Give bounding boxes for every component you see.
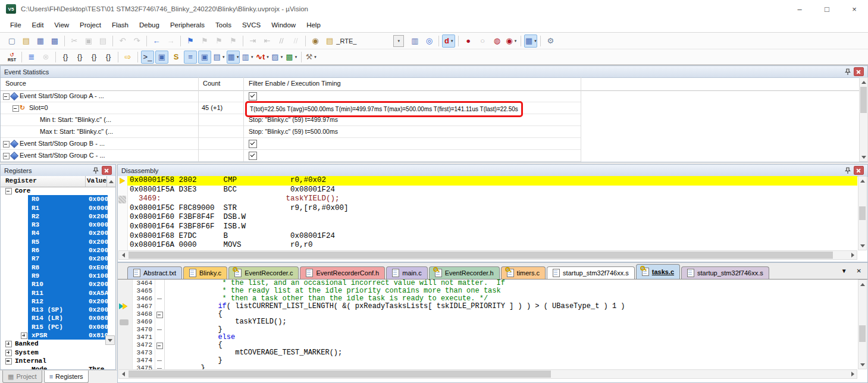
- menu-item-edit[interactable]: Edit: [27, 18, 49, 32]
- bookmark-next-icon[interactable]: ⚑: [212, 34, 225, 48]
- column-divider[interactable]: [581, 77, 581, 162]
- register-row[interactable]: ModeThre: [1, 365, 115, 369]
- pin-icon[interactable]: [93, 167, 99, 174]
- scroll-right-icon[interactable]: [848, 370, 857, 378]
- file-tab-timers-c[interactable]: timers.c: [501, 266, 546, 279]
- register-row[interactable]: R80xE00: [1, 263, 115, 272]
- command-window-icon[interactable]: >_: [141, 51, 154, 64]
- event-row[interactable]: Event Start/Stop Group B - ...: [1, 138, 581, 150]
- save-icon[interactable]: ▦: [34, 34, 47, 48]
- register-row[interactable]: R14 (LR)0x080: [1, 314, 115, 322]
- indent-left-icon[interactable]: ⇤: [261, 34, 274, 48]
- event-row[interactable]: Event Start/Stop Group A - ...: [1, 90, 581, 102]
- scroll-thumb[interactable]: [129, 371, 551, 378]
- menu-item-project[interactable]: Project: [74, 18, 106, 32]
- file-tab-startup-stm32f746xx-s[interactable]: startup_stm32f746xx.s: [547, 266, 635, 279]
- file-tab-blinky-c[interactable]: Blinky.c: [183, 266, 227, 279]
- dropdown-arrow-icon[interactable]: ▾: [237, 55, 239, 59]
- register-row[interactable]: R100x200: [1, 280, 115, 288]
- scroll-thumb[interactable]: [860, 87, 867, 113]
- scroll-down-icon[interactable]: [860, 153, 868, 161]
- file-tab-eventrecorder-c[interactable]: EventRecorder.c: [228, 266, 299, 279]
- step-out-icon[interactable]: {}: [87, 51, 101, 64]
- menu-item-help[interactable]: Help: [301, 18, 326, 32]
- register-row[interactable]: R30x000: [1, 221, 115, 229]
- close-button[interactable]: ×: [841, 0, 868, 18]
- tree-expander-icon[interactable]: [3, 141, 10, 147]
- bookmark-clear-icon[interactable]: ⚑: [227, 34, 240, 48]
- save-all-icon[interactable]: ▩: [48, 34, 61, 48]
- rte-combo[interactable]: ▤_RTE_▾: [326, 35, 404, 47]
- tree-expander-icon[interactable]: [5, 188, 12, 194]
- serial-window-icon[interactable]: ▥▾: [241, 51, 254, 64]
- menu-item-view[interactable]: View: [49, 18, 74, 32]
- scroll-up-icon[interactable]: [860, 78, 868, 86]
- find-next-icon[interactable]: ◎: [422, 34, 435, 48]
- column-filter[interactable]: Filter Enable / Execution Timing: [249, 80, 341, 87]
- system-viewer-icon[interactable]: ▩▾: [285, 51, 298, 64]
- watch-window-icon[interactable]: ▤▾: [212, 51, 225, 64]
- register-row[interactable]: R70x200: [1, 255, 115, 263]
- register-row[interactable]: R20x200: [1, 212, 115, 221]
- close-panel-icon[interactable]: [102, 166, 112, 175]
- column-register[interactable]: Register: [1, 176, 86, 187]
- filter-enable-checkbox[interactable]: [249, 92, 257, 101]
- undo-icon[interactable]: ↶: [116, 34, 129, 48]
- scroll-down-icon[interactable]: [858, 360, 867, 369]
- scroll-up-icon[interactable]: [858, 280, 867, 288]
- file-tab-eventrecorderconf-h[interactable]: EventRecorderConf.h: [300, 266, 385, 279]
- bookmark-prev-icon[interactable]: ⚑: [198, 34, 211, 48]
- dropdown-arrow-icon[interactable]: ▾: [295, 55, 297, 59]
- register-row[interactable]: R50x200: [1, 238, 115, 246]
- lookup-icon[interactable]: ▥: [408, 34, 421, 48]
- indent-right-icon[interactable]: ⇥: [246, 34, 259, 48]
- navigate-forward-icon[interactable]: →: [164, 34, 177, 48]
- show-current-statement-icon[interactable]: ⇨: [121, 51, 134, 64]
- trace-window-icon[interactable]: ▨▾: [271, 51, 284, 64]
- register-row[interactable]: R120x200: [1, 297, 115, 306]
- register-row[interactable]: R90x100: [1, 272, 115, 280]
- tree-expander-icon[interactable]: [12, 105, 19, 112]
- event-row[interactable]: ↻Slot=045 (+1)T(tot)=22.50s T(avg)=500.0…: [1, 102, 581, 114]
- tree-expander-icon[interactable]: [5, 358, 12, 365]
- file-tab-main-c[interactable]: main.c: [386, 266, 427, 279]
- tab-list-dropdown-icon[interactable]: ▼: [841, 268, 847, 274]
- file-tab-tasks-c[interactable]: tasks.c: [636, 264, 680, 279]
- dropdown-arrow-icon[interactable]: ▾: [534, 39, 537, 43]
- column-divider[interactable]: [198, 77, 199, 162]
- register-row[interactable]: Banked: [1, 340, 115, 348]
- editor-hscrollbar[interactable]: [118, 369, 857, 379]
- registers-scroll-down-icon[interactable]: [105, 335, 115, 345]
- register-row[interactable]: Internal: [1, 357, 115, 365]
- menu-item-peripherals[interactable]: Peripherals: [165, 18, 210, 32]
- scroll-left-icon[interactable]: [119, 370, 127, 378]
- filter-enable-checkbox[interactable]: [249, 140, 257, 148]
- register-row[interactable]: R00x000: [1, 195, 115, 203]
- disable-breakpoint-icon[interactable]: ○: [476, 34, 489, 48]
- step-over-icon[interactable]: {}: [73, 51, 86, 64]
- menu-item-flash[interactable]: Flash: [106, 18, 134, 32]
- scroll-thumb[interactable]: [129, 252, 833, 259]
- column-count[interactable]: Count: [203, 80, 220, 87]
- file-tab-abstract-txt[interactable]: Abstract.txt: [127, 266, 182, 279]
- column-value[interactable]: Value: [86, 176, 107, 187]
- workspace-tab-registers[interactable]: ≡Registers: [44, 371, 89, 383]
- dropdown-arrow-icon[interactable]: ▾: [281, 55, 283, 59]
- event-row[interactable]: Max t: Start: "Blinky.c" (...Stop: "Blin…: [1, 126, 581, 138]
- comment-icon[interactable]: //: [275, 34, 288, 48]
- scroll-left-icon[interactable]: [119, 251, 127, 259]
- dropdown-arrow-icon[interactable]: ▾: [314, 55, 317, 59]
- kill-breakpoint-icon[interactable]: ◍: [490, 34, 503, 48]
- dropdown-arrow-icon[interactable]: ▾: [251, 55, 253, 59]
- register-row[interactable]: R110xA5A: [1, 289, 115, 297]
- maximize-button[interactable]: □: [813, 0, 841, 18]
- dropdown-arrow-icon[interactable]: ▾: [223, 55, 225, 59]
- column-divider[interactable]: [243, 77, 244, 162]
- close-panel-icon[interactable]: [854, 67, 864, 76]
- sort-ascending-icon[interactable]: [107, 176, 115, 187]
- tree-expander-icon[interactable]: [3, 93, 10, 100]
- pin-icon[interactable]: [845, 167, 851, 174]
- copy-icon[interactable]: ▣: [82, 34, 95, 48]
- kill-all-breakpoints-icon[interactable]: ◉▾: [504, 34, 518, 48]
- register-row[interactable]: System: [1, 349, 115, 357]
